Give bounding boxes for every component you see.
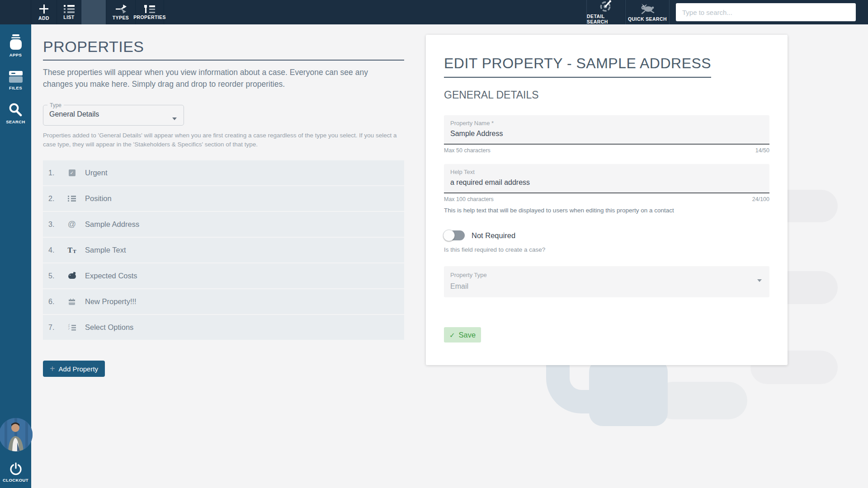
page-title: PROPERTIES [43, 38, 404, 56]
avatar-photo [0, 418, 33, 451]
help-text-meta: Max 100 characters 24/100 [444, 196, 769, 202]
nav-tab-properties[interactable]: PROPERTIES [136, 0, 164, 24]
property-label: Expected Costs [85, 272, 137, 280]
required-toggle-label: Not Required [472, 231, 515, 240]
property-type-select[interactable]: Property Type Email [444, 266, 769, 297]
sidebar-item-label: FILES [9, 85, 22, 90]
required-toggle[interactable] [444, 230, 465, 240]
property-row[interactable]: 5. Expected Costs [43, 263, 404, 288]
drawer-icon [8, 69, 24, 84]
property-label: Select Options [85, 323, 133, 332]
topbar-search-area [670, 0, 868, 24]
sidebar-item-label: CLOCKOUT [3, 478, 28, 483]
properties-panel: PROPERTIES These properties will appear … [43, 38, 404, 377]
nav-tab-label: QUICK SEARCH [628, 16, 667, 22]
property-name-field[interactable]: Property Name * Sample Address [444, 115, 769, 145]
list-icon [64, 5, 75, 13]
type-select-label: Type [47, 102, 64, 108]
property-label: Urgent [85, 169, 108, 177]
sidebar-item-files[interactable]: FILES [8, 69, 24, 90]
help-text-field[interactable]: Help Text a required email address [444, 164, 769, 193]
max-chars-hint: Max 100 characters [444, 196, 494, 202]
nav-tab-label: DETAIL SEARCH [587, 14, 625, 24]
nav-tab-label: PROPERTIES [133, 14, 166, 20]
topbar-right-group: DETAIL SEARCH QUICK SEARCH [586, 0, 868, 24]
sidebar-bottom-group: CLOCKOUT [0, 418, 31, 488]
general-details-heading: GENERAL DETAILS [444, 89, 769, 101]
property-number: 1. [48, 169, 64, 177]
char-counter: 24/100 [752, 196, 769, 202]
type-select-value: General Details [43, 108, 184, 118]
rabbit-icon [640, 3, 655, 15]
property-row[interactable]: 4. Sample Text [43, 238, 404, 263]
property-name-value[interactable]: Sample Address [450, 130, 763, 138]
property-number: 4. [48, 246, 64, 254]
property-row[interactable]: 1. Urgent [43, 160, 404, 185]
property-row[interactable]: 7. Select Options [43, 315, 404, 340]
max-chars-hint: Max 50 characters [444, 147, 491, 154]
type-select[interactable]: Type General Details [43, 102, 184, 126]
property-number: 3. [48, 221, 64, 229]
property-name-label: Property Name * [450, 120, 763, 127]
edit-property-title: EDIT PROPERTY - SAMPLE ADDRESS [444, 55, 711, 78]
property-number: 2. [48, 195, 64, 203]
chevron-down-icon [172, 117, 177, 120]
nav-tab-quick-search[interactable]: QUICK SEARCH [625, 0, 670, 24]
add-property-button[interactable]: Add Property [43, 361, 105, 377]
panel-description: These properties will appear when you vi… [43, 66, 398, 90]
type-helper-text: Properties added to 'General Details' wi… [43, 131, 402, 150]
global-search-input[interactable] [676, 3, 856, 21]
property-label: Position [85, 194, 112, 203]
property-row[interactable]: 2. Position [43, 186, 404, 211]
property-row[interactable]: 3. Sample Address [43, 212, 404, 237]
sidebar-item-apps[interactable]: APPS [8, 33, 24, 57]
tree-list-icon [144, 5, 155, 13]
edit-property-card: EDIT PROPERTY - SAMPLE ADDRESS GENERAL D… [426, 35, 788, 365]
sidebar-item-clockout[interactable]: CLOCKOUT [3, 462, 28, 483]
help-text-label: Help Text [450, 169, 763, 175]
property-type-icon [66, 324, 77, 331]
property-type-icon [66, 247, 77, 254]
save-button[interactable]: Save [444, 327, 481, 343]
check-icon [449, 331, 455, 339]
required-toggle-row: Not Required [444, 230, 769, 240]
decorative-block [589, 358, 668, 426]
property-row[interactable]: 6. New Property!!! [43, 289, 404, 314]
nav-tab-list[interactable]: LIST [57, 0, 81, 24]
decorative-pill [654, 382, 747, 419]
plus-icon [50, 364, 55, 373]
nav-tab-detail-search[interactable]: DETAIL SEARCH [586, 0, 625, 24]
branch-arrows-icon [115, 5, 127, 14]
property-type-icon [66, 196, 77, 202]
sidebar-item-search[interactable]: SEARCH [6, 102, 25, 124]
gauge-icon [599, 0, 613, 12]
plus-icon [39, 4, 49, 14]
nav-tab-add[interactable]: ADD [31, 0, 57, 24]
property-type-label: Property Type [450, 272, 763, 278]
sidebar-item-label: SEARCH [6, 119, 25, 124]
title-divider [43, 60, 404, 61]
help-text-value[interactable]: a required email address [450, 178, 763, 187]
property-label: Sample Text [85, 246, 126, 254]
property-number: 7. [48, 324, 64, 332]
magnifier-icon [8, 102, 23, 117]
user-avatar[interactable] [0, 418, 33, 451]
property-type-icon [66, 273, 77, 279]
nav-tab-types[interactable]: TYPES [106, 0, 136, 24]
property-list: 1. Urgent 2. Position 3. Sample Address [43, 160, 404, 340]
property-type-icon [66, 169, 77, 176]
nav-tab-label: LIST [63, 14, 74, 20]
jar-icon [8, 33, 24, 51]
char-counter: 14/50 [755, 147, 769, 154]
help-text-description: This is help text that will be displayed… [444, 207, 769, 214]
nav-tab-active-indicator[interactable] [81, 0, 106, 24]
topbar-logo-spacer [0, 0, 31, 24]
property-type-icon [66, 220, 77, 229]
property-number: 5. [48, 272, 64, 280]
property-number: 6. [48, 298, 64, 306]
sidebar-item-label: APPS [9, 52, 22, 57]
left-sidebar: APPS FILES SEARCH [0, 0, 31, 488]
property-name-meta: Max 50 characters 14/50 [444, 147, 769, 154]
power-icon [9, 462, 23, 476]
toggle-knob[interactable] [443, 230, 455, 241]
